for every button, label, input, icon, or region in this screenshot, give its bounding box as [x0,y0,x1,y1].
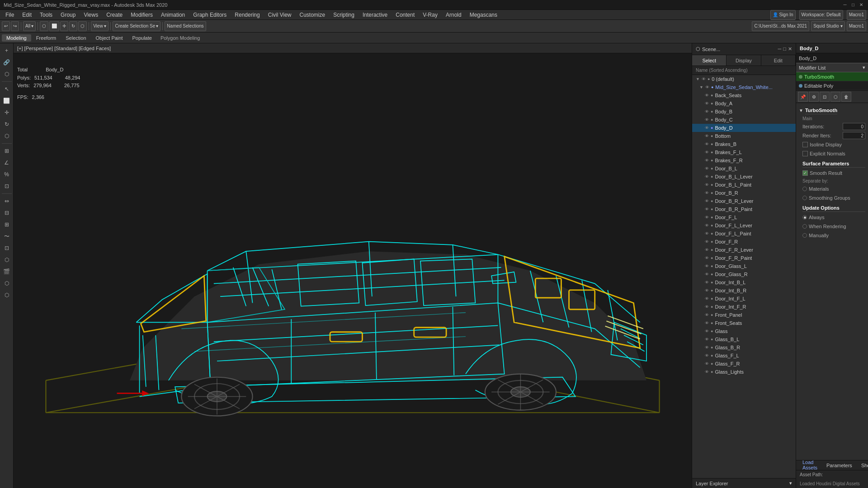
tree-item-door-fl[interactable]: 👁● Door_F_L [692,213,796,221]
tree-item-brakes-fl[interactable]: 👁● Brakes_F_L [692,148,796,156]
shelf-tab[interactable]: Shelf [858,462,868,469]
move-tool[interactable]: ✛ [1,107,12,118]
tree-item-default[interactable]: ▼ 👁 ● 0 (default) [692,75,796,83]
menu-interactive[interactable]: Interactive [359,11,391,19]
select-filter-btn[interactable]: All ▾ [23,21,36,31]
render-frame-btn[interactable]: ⬡ [1,278,12,289]
minimize-btn[interactable]: ─ [842,2,848,8]
layer-explorer-dropdown[interactable]: ▾ [789,480,792,486]
select-tool[interactable]: ↖ [1,84,12,94]
smooth-result-checkbox[interactable]: ✓ [802,170,808,176]
percent-snap[interactable]: % [1,169,12,180]
mod-item-turbosmooth[interactable]: TurboSmooth [796,72,868,81]
render-iters-input[interactable] [843,132,865,139]
when-rendering-row[interactable]: When Rendering [802,222,865,231]
manually-radio[interactable] [802,233,807,238]
create-tab-btn[interactable]: + [1,45,12,56]
rotate-tool[interactable]: ↻ [1,119,12,130]
tree-item-brakes-b[interactable]: 👁● Brakes_B [692,140,796,148]
menu-graph-editors[interactable]: Graph Editors [189,11,230,19]
tree-item-glass-fr[interactable]: 👁● Glass_F_R [692,360,796,368]
tree-item-body-c[interactable]: 👁● Body_C [692,116,796,124]
viewport[interactable]: [+] [Perspective] [Standard] [Edged Face… [14,43,692,488]
tree-item-car[interactable]: ▼ 👁 ● Mid_Size_Sedan_White... [692,83,796,91]
scene-max-btn[interactable]: □ [783,46,786,52]
render-last-btn[interactable]: ⬡ [1,290,12,300]
tree-item-door-fl-paint[interactable]: 👁● Door_F_L_Paint [692,230,796,238]
select-region-btn[interactable]: ⬜ [49,21,59,31]
menu-edit[interactable]: Edit [19,11,35,19]
smooth-result-row[interactable]: ✓ Smooth Result [802,169,865,178]
manually-row[interactable]: Manually [802,231,865,240]
smoothing-groups-row[interactable]: Smoothing Groups [802,193,865,202]
sign-in-btn[interactable]: 👤 Sign In [770,10,795,20]
maximize-btn[interactable]: □ [850,2,856,8]
menu-modifiers[interactable]: Modifiers [127,11,156,19]
menu-rendering[interactable]: Rendering [231,11,263,19]
parameters-tab[interactable]: Parameters [823,462,856,469]
render-setup-icon[interactable]: 🎬 [1,266,12,277]
mirror-btn[interactable]: ⇔ [1,196,12,206]
materials-radio[interactable] [802,187,807,191]
macro-btn[interactable]: Macro1 [847,10,866,20]
tab-populate[interactable]: Populate [127,34,156,42]
mod-show-result-btn[interactable]: ⬡ [830,92,840,102]
scene-tree[interactable]: ▼ 👁 ● 0 (default) ▼ 👁 ● Mid_Size_Sedan_W… [692,75,796,478]
scene-close-btn[interactable]: ✕ [788,46,792,52]
when-rendering-radio[interactable] [802,224,807,229]
modifier-list-dropdown[interactable]: ▾ [863,65,865,70]
tree-item-front-seats[interactable]: 👁● Front_Seats [692,319,796,327]
rotate-btn[interactable]: ↻ [69,21,77,31]
mod-item-editable-poly[interactable]: Editable Poly [796,81,868,90]
tree-item-brakes-fr[interactable]: 👁● Brakes_F_R [692,156,796,164]
tree-item-door-bl[interactable]: 👁● Door_B_L [692,164,796,173]
tree-item-body-d[interactable]: 👁● Body_D [692,124,796,132]
tree-item-door-int-fl[interactable]: 👁● Door_Int_F_L [692,295,796,303]
tree-item-door-bl-paint[interactable]: 👁● Door_B_L_Paint [692,181,796,189]
spinner-snap[interactable]: ⊡ [1,181,12,192]
menu-megascans[interactable]: Megascans [466,11,501,19]
mod-configure-btn[interactable]: ⚙ [809,92,819,102]
create-selection-btn[interactable]: Create Selection Se ▾ [113,21,160,31]
layer-explorer[interactable]: Layer Explorer ▾ [692,478,796,488]
scene-tab-select[interactable]: Select [692,55,726,66]
tab-object-paint[interactable]: Object Paint [91,34,127,42]
tree-item-door-fl-lever[interactable]: 👁● Door_F_L_Lever [692,221,796,230]
menu-tools[interactable]: Tools [36,11,56,19]
tree-item-body-b[interactable]: 👁● Body_B [692,108,796,116]
scene-min-btn[interactable]: ─ [778,46,782,52]
align-btn[interactable]: ⊟ [1,207,12,218]
menu-file[interactable]: File [2,11,18,19]
materials-row[interactable]: Materials [802,184,865,193]
explicit-normals-checkbox[interactable] [802,151,808,156]
redo-btn[interactable]: ↪ [11,21,19,31]
tab-modeling[interactable]: Modeling [2,34,31,42]
close-btn[interactable]: ✕ [858,2,864,8]
tree-item-glass-lights[interactable]: 👁● Glass_Lights [692,368,796,376]
isoline-row[interactable]: Isoline Display [802,140,865,149]
tab-selection[interactable]: Selection [61,34,90,42]
tree-item-glass[interactable]: 👁● Glass [692,327,796,335]
menu-vray[interactable]: V-Ray [419,11,441,19]
tree-item-glass-br[interactable]: 👁● Glass_B_R [692,343,796,352]
tree-item-bottom[interactable]: 👁● Bottom [692,132,796,140]
scene-tab-edit[interactable]: Edit [761,55,796,66]
tab-freeform[interactable]: Freeform [32,34,61,42]
named-selections-btn[interactable]: Named Selections [165,21,206,31]
window-controls[interactable]: ─ □ ✕ [842,2,864,8]
tree-item-door-bl-lever[interactable]: 👁● Door_B_L_Lever [692,173,796,181]
select-region-tool[interactable]: ⬜ [1,95,12,106]
menu-group[interactable]: Group [57,11,79,19]
tree-item-front-panel[interactable]: 👁● Front_Panel [692,311,796,319]
mod-show-end-btn[interactable]: ⊡ [820,92,830,102]
isoline-checkbox[interactable] [802,142,808,147]
tree-item-door-int-fr[interactable]: 👁● Door_Int_F_R [692,303,796,311]
scale-tool[interactable]: ⬡ [1,131,12,141]
modifier-name-input[interactable] [796,53,868,63]
tree-item-door-int-br[interactable]: 👁● Door_Int_B_R [692,286,796,295]
view-btn[interactable]: View ▾ [91,21,108,31]
tree-item-back-seats[interactable]: 👁● Back_Seats [692,91,796,99]
workspace-btn[interactable]: Workspace: Default [799,10,843,20]
bind-space-warp-btn[interactable]: ⬡ [1,69,12,80]
macro-btn2[interactable]: Macro1 [847,21,866,31]
